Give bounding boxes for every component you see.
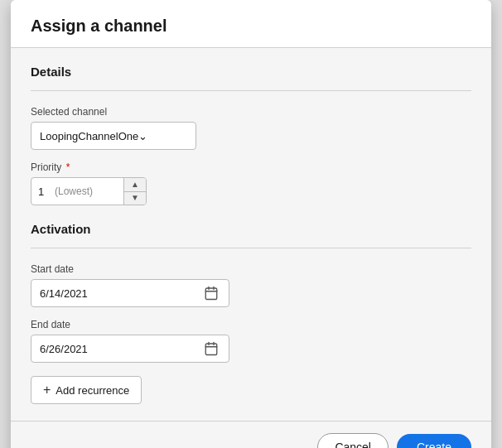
activation-section: Activation Start date 6/14/2021 — [31, 222, 471, 404]
channel-select[interactable]: LoopingChannelOne ⌄ — [31, 122, 196, 150]
end-date-field-group: End date 6/26/2021 — [31, 319, 471, 363]
dialog-footer: Cancel Create — [11, 421, 491, 448]
priority-arrows: ▲ ▼ — [123, 178, 146, 205]
priority-increment-button[interactable]: ▲ — [124, 178, 146, 192]
activation-section-title: Activation — [31, 222, 471, 236]
details-section-title: Details — [31, 65, 471, 79]
start-date-input-wrapper: 6/14/2021 — [31, 279, 229, 307]
priority-field-label: Priority * — [31, 161, 471, 173]
details-section: Details Selected channel LoopingChannelO… — [31, 65, 471, 205]
add-recurrence-plus-icon: + — [43, 383, 51, 397]
end-date-label: End date — [31, 319, 471, 330]
priority-field-group: Priority * 1 (Lowest) ▲ ▼ — [31, 161, 471, 205]
chevron-down-icon: ⌄ — [138, 130, 187, 142]
start-date-calendar-button[interactable] — [202, 284, 220, 302]
channel-field-label: Selected channel — [31, 106, 471, 118]
priority-stepper: 1 (Lowest) ▲ ▼ — [31, 177, 147, 205]
priority-decrement-button[interactable]: ▼ — [124, 192, 146, 205]
start-date-label: Start date — [31, 263, 471, 275]
end-date-calendar-button[interactable] — [202, 340, 220, 358]
channel-select-value: LoopingChannelOne — [40, 130, 138, 142]
add-recurrence-label: Add recurrence — [56, 384, 129, 397]
channel-field-group: Selected channel LoopingChannelOne ⌄ — [31, 106, 471, 150]
priority-hint: (Lowest) — [55, 178, 123, 205]
svg-rect-4 — [205, 344, 217, 355]
svg-rect-0 — [205, 288, 217, 300]
priority-required-indicator: * — [66, 161, 70, 173]
end-date-input-wrapper: 6/26/2021 — [31, 335, 229, 363]
create-button[interactable]: Create — [397, 434, 471, 448]
details-divider — [31, 90, 471, 91]
start-date-field-group: Start date 6/14/2021 — [31, 263, 471, 307]
assign-channel-dialog: Assign a channel Details Selected channe… — [11, 0, 491, 448]
dialog-header: Assign a channel — [11, 0, 491, 48]
dialog-body: Details Selected channel LoopingChannelO… — [11, 48, 491, 421]
end-date-value: 6/26/2021 — [40, 343, 202, 355]
add-recurrence-button[interactable]: + Add recurrence — [31, 376, 142, 404]
priority-value: 1 — [31, 178, 55, 205]
dialog-title: Assign a channel — [31, 17, 471, 36]
activation-divider — [31, 248, 471, 248]
cancel-button[interactable]: Cancel — [317, 433, 389, 448]
start-date-value: 6/14/2021 — [40, 287, 202, 300]
